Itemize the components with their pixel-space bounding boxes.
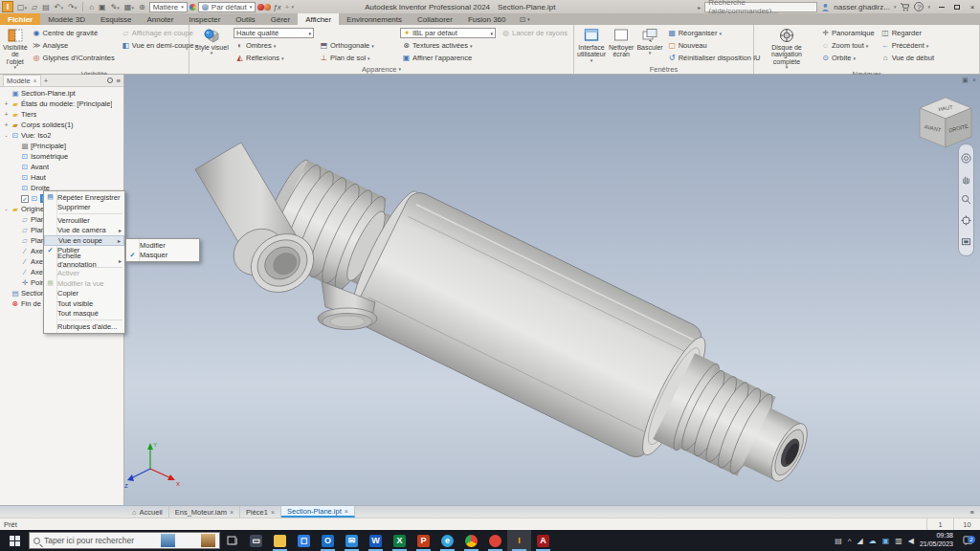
network-icon[interactable]: ◢ (858, 537, 863, 545)
menu-item-supprimer[interactable]: Supprimer (44, 203, 124, 213)
zoom-all-button[interactable]: ◌Zoom tout▾ (819, 39, 877, 52)
visual-style-button[interactable]: Style visuel▾ (192, 27, 231, 64)
taskbar-app-outlook[interactable]: O (316, 530, 340, 551)
taskbar-app-chrome[interactable] (459, 530, 483, 551)
settings-icon[interactable]: ⊛ (137, 3, 147, 11)
object-visibility-button[interactable]: Visibilité de l'objet▾ (3, 27, 28, 70)
submenu-item-masquer[interactable]: ✓Masquer (126, 251, 199, 261)
start-button[interactable] (0, 530, 29, 551)
half-section-view-button[interactable]: ◧Vue en demi-coupe▾ (120, 39, 200, 52)
color-wheel-icon[interactable] (189, 4, 196, 11)
menu-item-vue-de-cam-ra[interactable]: Vue de caméra▸ (44, 226, 124, 236)
browser-search-icon[interactable] (107, 77, 113, 83)
volume-icon[interactable]: ◀ (908, 537, 914, 545)
look-at-tool-icon[interactable] (961, 236, 971, 247)
home-view-button[interactable]: ⌂Vue de début (880, 52, 936, 64)
help-icon[interactable]: ? (914, 2, 924, 11)
ribbon-tab-fusion-360[interactable]: Fusion 360 (460, 13, 514, 25)
previous-view-button[interactable]: ←Précédent▾ (880, 39, 936, 52)
taskbar-app-remote-desktop[interactable]: ▭ (244, 530, 268, 551)
document-tab-accueil[interactable]: ⌂Accueil (126, 506, 169, 518)
expand-toggle-icon[interactable]: + (3, 121, 10, 128)
onedrive-icon[interactable]: ☁ (869, 537, 877, 545)
taskbar-app-excel[interactable]: X (388, 530, 412, 551)
ribbon-tab-fichier[interactable]: Fichier (0, 13, 40, 25)
adjust-appearance-icon[interactable] (257, 4, 264, 11)
tree-item-section-plane-ipt[interactable]: ▣Section-Plane.ipt (0, 88, 123, 99)
zoom-icon[interactable] (961, 194, 971, 205)
group-label-appearance[interactable]: Apparence▾ (189, 64, 573, 74)
open-icon[interactable]: ▱ (30, 3, 39, 11)
switch-windows-button[interactable]: Basculer▾ (636, 27, 662, 64)
ribbon-tab-afficher[interactable]: Afficher (298, 13, 339, 25)
tree-item-tats-du-mod-le-principale[interactable]: +▰États du modèle: [Principale] (0, 99, 123, 109)
search-expand-icon[interactable]: ▸ (698, 4, 701, 11)
taskbar-clock[interactable]: 09:38 21/05/2023 (920, 532, 953, 549)
doc-close-icon[interactable]: × (972, 77, 976, 84)
ribbon-tab-g-rer[interactable]: Gérer (263, 13, 298, 25)
undo-icon[interactable]: ↶▾ (53, 3, 65, 11)
help-search-input[interactable]: Recherche (aide/commandes)... (704, 2, 817, 12)
shadows-button[interactable]: ◐Ombres▾ (234, 39, 318, 52)
center-of-gravity-button[interactable]: ◉Centre de gravité (31, 27, 117, 39)
menu-item-vue-en-coupe[interactable]: Vue en coupe▸ (44, 235, 124, 246)
user-menu-chevron-icon[interactable]: ▾ (894, 4, 897, 10)
document-tab-section-plane-ipt[interactable]: Section-Plane.ipt× (281, 506, 355, 518)
search-briefcase-thumbnail[interactable] (201, 534, 215, 547)
taskbar-app-red-app[interactable] (483, 530, 507, 551)
part-3d-model[interactable] (195, 136, 833, 505)
ribbon-tab-environnements[interactable]: Environnements (339, 13, 410, 25)
inventor-logo-icon[interactable]: I (2, 1, 13, 12)
qat-options-chevron-icon[interactable]: ▾ (291, 4, 294, 10)
ribbon-tab-outils[interactable]: Outils (228, 13, 262, 25)
browser-menu-icon[interactable]: ≡ (117, 77, 121, 85)
browser-add-tab-icon[interactable]: + (44, 77, 48, 85)
navigation-wheel-button[interactable]: Disque de navigation complète▾ (757, 27, 816, 70)
ribbon-tab-collaborer[interactable]: Collaborer (410, 13, 460, 25)
menu-item-echelle-d-annotation[interactable]: Echelle d'annotation▸ (44, 255, 124, 266)
menu-item-copier[interactable]: Copier (44, 289, 124, 299)
document-tab-ens-moteur-iam[interactable]: Ens_Moteur.iam× (169, 506, 240, 518)
tab-list-menu-icon[interactable]: ≡ (970, 506, 974, 518)
taskbar-app-word[interactable]: W (364, 530, 388, 551)
hidden-icons-chevron[interactable]: ^ (848, 537, 852, 545)
minimize-button[interactable] (934, 1, 949, 13)
search-highlight-thumbnail[interactable] (161, 534, 175, 547)
add-qat-icon[interactable]: + (285, 3, 290, 11)
ribbon-tab-annoter[interactable]: Annoter (139, 13, 181, 25)
look-at-button[interactable]: ◫Regarder (880, 27, 936, 39)
taskbar-search-input[interactable]: Taper ici pour rechercher (29, 532, 220, 549)
redo-icon[interactable]: ↷▾ (66, 3, 78, 11)
tab-close-icon[interactable]: × (271, 509, 275, 516)
orbit-button[interactable]: ⊙Orbite▾ (819, 52, 877, 64)
taskbar-app-edge[interactable]: e (435, 530, 459, 551)
tree-item-vue-iso2[interactable]: -⊡Vue: Iso2 (0, 130, 123, 141)
expand-toggle-icon[interactable]: - (3, 206, 10, 212)
save-icon[interactable]: ▤ (40, 3, 52, 11)
menu-item-r-p-ter-enregistrer[interactable]: ▤Répéter Enregistrer (44, 192, 124, 203)
part-3d-scene[interactable]: Y X Z HAUT AVANT DROITE (124, 75, 980, 505)
analyse-button[interactable]: ≫Analyse (31, 39, 117, 52)
tab-close-icon[interactable]: × (345, 508, 348, 515)
clean-screen-button[interactable]: Nettoyer écran (609, 27, 634, 64)
taskbar-app-autocad[interactable]: A (531, 530, 555, 551)
ground-plane-button[interactable]: ⊥Plan de sol▾ (318, 52, 400, 64)
tree-item-isom-trique[interactable]: ⊡Isométrique (0, 151, 123, 162)
ibl-select[interactable]: ✦IBL par défaut▾ (400, 28, 496, 38)
textures-button[interactable]: ⊗Textures activées▾ (400, 39, 500, 52)
tree-item-corps-solides-1[interactable]: +▰Corps solides(1) (0, 120, 123, 130)
graphics-viewport[interactable]: Y X Z HAUT AVANT DROITE ▣× (124, 75, 980, 505)
expand-toggle-icon[interactable]: + (3, 100, 10, 107)
ribbon-tab-mod-le-3d[interactable]: Modèle 3D (40, 13, 93, 25)
steering-wheel-icon[interactable] (961, 153, 971, 164)
submenu-item-modifier[interactable]: Modifier (126, 240, 199, 251)
notification-center-button[interactable]: 2 (959, 536, 976, 545)
capture-icon[interactable]: ▣ (97, 3, 108, 11)
reflections-button[interactable]: ◭Réflexions▾ (234, 52, 318, 64)
signed-in-user[interactable]: nasser.ghadirz... (834, 3, 890, 11)
task-view-button[interactable] (220, 530, 244, 551)
help-menu-chevron-icon[interactable]: ▾ (927, 4, 930, 10)
material-dropdown[interactable]: Matière▾ (149, 2, 188, 12)
new-window-button[interactable]: ▢Nouveau (666, 39, 763, 52)
reset-ui-layout-button[interactable]: ↺Réinitialiser disposition IU (666, 52, 763, 64)
